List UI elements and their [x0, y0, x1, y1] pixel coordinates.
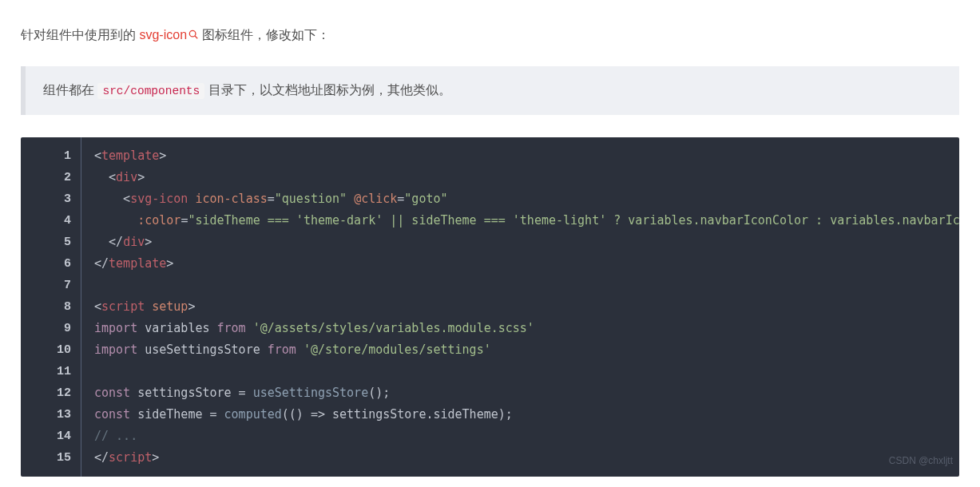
line-number: 3 [21, 188, 71, 210]
note-inline-code: src/components [97, 83, 204, 99]
code-line: </template> [94, 253, 946, 275]
line-number: 6 [21, 253, 71, 275]
code-body: <template> <div> <svg-icon icon-class="q… [94, 145, 946, 469]
code-line: import useSettingsStore from '@/store/mo… [94, 339, 946, 361]
line-number: 15 [21, 447, 71, 469]
intro-text-before: 针对组件中使用到的 [21, 28, 139, 42]
line-number: 13 [21, 404, 71, 426]
code-line: import variables from '@/assets/styles/v… [94, 318, 946, 339]
note-before: 组件都在 [43, 83, 97, 97]
code-line: const settingsStore = useSettingsStore()… [94, 382, 946, 404]
code-line [94, 275, 946, 296]
code-gutter: 123456789101112131415 [21, 137, 81, 477]
code-line: // ... [94, 426, 946, 447]
line-number: 1 [21, 145, 71, 167]
code-line: <div> [94, 167, 946, 188]
line-number: 7 [21, 275, 71, 296]
note-block: 组件都在 src/components 目录下，以文档地址图标为例，其他类似。 [21, 66, 959, 115]
watermark: CSDN @chxljtt [889, 450, 953, 472]
code-line: :color="sideTheme === 'theme-dark' || si… [94, 210, 946, 232]
line-number: 11 [21, 361, 71, 382]
svg-line-1 [195, 36, 197, 38]
line-number: 12 [21, 382, 71, 404]
code-line [94, 361, 946, 382]
line-number: 8 [21, 296, 71, 318]
code-line: <svg-icon icon-class="question" @click="… [94, 188, 946, 210]
line-number: 14 [21, 426, 71, 447]
line-number: 10 [21, 339, 71, 361]
line-number: 9 [21, 318, 71, 339]
line-number: 2 [21, 167, 71, 188]
code-line: const sideTheme = computed(() => setting… [94, 404, 946, 426]
note-after: 目录下，以文档地址图标为例，其他类似。 [204, 83, 450, 97]
svg-icon-link[interactable]: svg-icon [139, 28, 199, 42]
code-line: </div> [94, 232, 946, 253]
intro-paragraph: 针对组件中使用到的 svg-icon 图标组件，修改如下： [21, 24, 959, 47]
code-line: <script setup> [94, 296, 946, 318]
line-number: 4 [21, 210, 71, 232]
svg-point-0 [189, 30, 196, 37]
line-number: 5 [21, 232, 71, 253]
code-line: <template> [94, 145, 946, 167]
code-scroll-region[interactable]: <template> <div> <svg-icon icon-class="q… [81, 137, 959, 477]
intro-text-after: 图标组件，修改如下： [199, 28, 330, 42]
code-line: </script> [94, 447, 946, 469]
code-block: 123456789101112131415 <template> <div> <… [21, 137, 959, 477]
search-icon [188, 29, 199, 40]
